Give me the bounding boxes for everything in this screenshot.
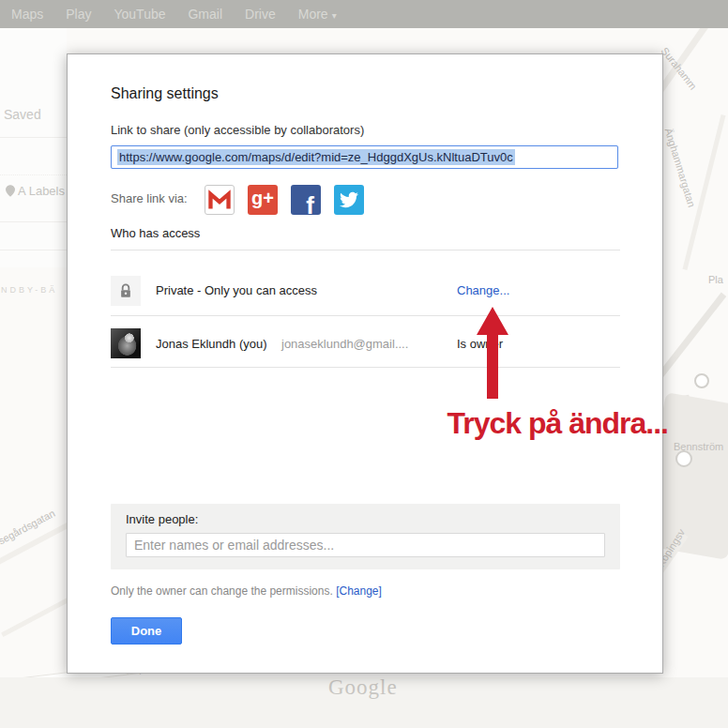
top-navigation-bar: Maps Play YouTube Gmail Drive More▾ — [0, 0, 728, 28]
nav-item-youtube[interactable]: YouTube — [114, 7, 165, 22]
share-icons-row: g+ f — [205, 185, 364, 215]
dialog-title: Sharing settings — [111, 85, 219, 102]
owner-avatar — [111, 328, 141, 358]
divider — [0, 174, 67, 175]
annotation-text: Tryck på ändra... — [447, 406, 668, 441]
nav-item-maps[interactable]: Maps — [11, 7, 43, 22]
google-watermark: Google — [328, 675, 398, 700]
share-link-input[interactable]: https://www.google.com/maps/d/edit?mid=z… — [111, 145, 618, 169]
done-button[interactable]: Done — [111, 617, 182, 645]
owner-name: Jonas Eklundh (you) — [156, 337, 267, 351]
sidebar-item-label: Labels — [29, 184, 65, 198]
visibility-icon-box — [111, 276, 141, 306]
nav-more-label: More — [298, 7, 328, 22]
link-to-share-label: Link to share (only accessible by collab… — [111, 123, 364, 137]
invite-people-input[interactable] — [126, 533, 605, 557]
google-plus-icon: g+ — [251, 185, 274, 213]
divider — [0, 221, 67, 222]
divider — [0, 250, 67, 250]
label-pin-icon — [6, 185, 15, 197]
lock-icon — [116, 281, 135, 300]
share-facebook-button[interactable]: f — [291, 185, 321, 215]
map-stop-dot — [675, 450, 692, 467]
owner-email: jonaseklundh@gmail.... — [281, 337, 408, 351]
street-label: Änghammargatan — [663, 127, 698, 208]
chevron-down-icon: ▾ — [332, 10, 337, 21]
place-label: Pla — [708, 274, 723, 285]
annotation-arrow-icon — [475, 307, 510, 399]
nav-item-drive[interactable]: Drive — [245, 7, 276, 22]
invite-people-label: Invite people: — [126, 512, 198, 526]
nav-item-play[interactable]: Play — [66, 7, 91, 22]
change-visibility-link[interactable]: Change... — [457, 283, 509, 297]
map-stop-dot — [694, 373, 709, 388]
invite-people-section: Invite people: — [111, 504, 620, 569]
label-badge: A — [18, 184, 26, 198]
permissions-note-text: Only the owner can change the permission… — [111, 584, 333, 598]
facebook-icon: f — [306, 196, 314, 215]
twitter-icon — [340, 190, 358, 209]
gmail-icon — [207, 190, 232, 210]
divider — [111, 250, 620, 250]
maps-left-panel: Saved A Labels — [0, 28, 67, 267]
divider — [0, 137, 67, 138]
permissions-note: Only the owner can change the permission… — [111, 584, 382, 598]
share-link-via-label: Share link via: — [111, 191, 188, 205]
nav-item-more[interactable]: More▾ — [298, 7, 337, 22]
district-label: NDBY-BÄ — [1, 285, 57, 295]
permissions-change-link[interactable]: [Change] — [336, 584, 382, 598]
who-has-access-heading: Who has access — [111, 226, 200, 240]
sidebar-item-saved[interactable]: Saved — [4, 107, 41, 122]
visibility-status-text: Private - Only you can access — [156, 283, 317, 297]
divider — [111, 315, 620, 316]
share-google-plus-button[interactable]: g+ — [248, 185, 278, 215]
sharing-settings-dialog: Sharing settings Link to share (only acc… — [67, 53, 663, 674]
nav-item-gmail[interactable]: Gmail — [188, 7, 222, 22]
share-gmail-button[interactable] — [205, 185, 235, 215]
divider — [111, 367, 620, 368]
sidebar-item-labels[interactable]: A Labels — [6, 184, 65, 198]
share-twitter-button[interactable] — [334, 185, 364, 215]
share-link-url-selected-text: https://www.google.com/maps/d/edit?mid=z… — [117, 149, 515, 165]
street-label: segårdsgatan — [0, 508, 57, 547]
